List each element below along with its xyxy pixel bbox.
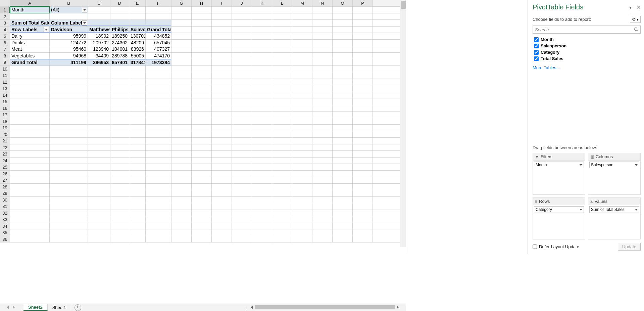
cell[interactable] (129, 13, 146, 20)
cell[interactable] (232, 144, 252, 151)
cell[interactable] (88, 229, 110, 236)
cell[interactable] (10, 164, 50, 170)
cell[interactable] (312, 138, 333, 144)
cell[interactable] (212, 197, 232, 203)
cell[interactable] (272, 138, 292, 144)
cell[interactable] (171, 7, 192, 13)
cell[interactable] (192, 33, 212, 39)
cell[interactable] (212, 20, 232, 26)
cell[interactable] (129, 131, 146, 138)
cell[interactable] (272, 72, 292, 79)
pivot-value[interactable]: 55005 (129, 53, 146, 59)
row-header-31[interactable]: 31 (0, 203, 10, 210)
cell[interactable] (50, 92, 88, 98)
cell[interactable] (272, 7, 292, 13)
hscroll-right-arrow[interactable] (395, 305, 399, 309)
cell[interactable] (10, 72, 50, 79)
cell[interactable] (353, 118, 373, 125)
cell[interactable] (50, 144, 88, 151)
cell[interactable] (312, 229, 333, 236)
vertical-scrollbar-thumb[interactable] (401, 1, 406, 9)
cell[interactable] (353, 79, 373, 85)
cell[interactable] (252, 85, 272, 92)
pivot-value[interactable]: 18902 (88, 33, 110, 39)
cell[interactable] (292, 216, 312, 223)
cell[interactable] (88, 118, 110, 125)
filter-label-cell[interactable]: Month (10, 7, 50, 13)
cell[interactable] (88, 171, 110, 177)
cell[interactable] (10, 177, 50, 183)
cell[interactable] (10, 223, 50, 229)
cell[interactable] (292, 184, 312, 190)
cell[interactable] (272, 13, 292, 20)
cell[interactable] (312, 210, 333, 216)
cell[interactable] (212, 46, 232, 52)
cell[interactable] (232, 112, 252, 118)
cell[interactable] (292, 53, 312, 59)
cell[interactable] (333, 79, 353, 85)
cell[interactable] (88, 158, 110, 164)
cell[interactable] (333, 144, 353, 151)
cell[interactable] (292, 40, 312, 46)
cell[interactable] (88, 203, 110, 210)
cell[interactable] (146, 7, 171, 13)
cell[interactable] (129, 125, 146, 131)
cell[interactable] (171, 118, 192, 125)
cell[interactable] (129, 164, 146, 170)
cell[interactable] (272, 144, 292, 151)
cell[interactable] (171, 40, 192, 46)
cell[interactable] (192, 151, 212, 157)
cell[interactable] (129, 216, 146, 223)
cell[interactable] (272, 105, 292, 112)
cell[interactable] (292, 190, 312, 196)
cell[interactable] (333, 190, 353, 196)
cell[interactable] (171, 223, 192, 229)
row-header-34[interactable]: 34 (0, 223, 10, 229)
cell[interactable] (146, 190, 171, 196)
cell[interactable] (110, 190, 129, 196)
cell[interactable] (129, 190, 146, 196)
cell[interactable] (129, 112, 146, 118)
cell[interactable] (252, 13, 272, 20)
pivot-value[interactable]: 94968 (50, 53, 88, 59)
cell[interactable] (10, 158, 50, 164)
cell[interactable] (212, 151, 232, 157)
cell[interactable] (146, 223, 171, 229)
select-all-corner[interactable] (0, 0, 10, 6)
cell[interactable] (232, 27, 252, 33)
cell[interactable] (146, 98, 171, 105)
cell[interactable] (252, 20, 272, 26)
cell[interactable] (129, 138, 146, 144)
cell[interactable] (312, 171, 333, 177)
cell[interactable] (192, 53, 212, 59)
cell[interactable] (333, 105, 353, 112)
row-header-25[interactable]: 25 (0, 164, 10, 170)
cell[interactable] (50, 66, 88, 72)
cell[interactable] (171, 112, 192, 118)
search-icon[interactable] (632, 26, 640, 33)
cell[interactable] (292, 59, 312, 65)
cell[interactable] (50, 171, 88, 177)
cell[interactable] (292, 236, 312, 242)
cell[interactable] (292, 158, 312, 164)
cell[interactable] (292, 131, 312, 138)
cell[interactable] (212, 164, 232, 170)
cell[interactable] (50, 236, 88, 242)
cell[interactable] (192, 171, 212, 177)
cell[interactable] (252, 190, 272, 196)
tab-split-handle[interactable] (244, 305, 246, 310)
cell[interactable] (353, 184, 373, 190)
cell[interactable] (146, 85, 171, 92)
field-search-input[interactable] (533, 26, 632, 33)
cell[interactable] (88, 184, 110, 190)
cell[interactable] (171, 20, 192, 26)
cell[interactable] (292, 177, 312, 183)
cell[interactable] (110, 125, 129, 131)
cell[interactable] (88, 112, 110, 118)
cell[interactable] (212, 210, 232, 216)
cell[interactable] (252, 72, 272, 79)
pivot-value[interactable]: 274362 (110, 40, 129, 46)
measure-label-cell[interactable]: Sum of Total Sales (10, 20, 50, 26)
cell[interactable] (272, 223, 292, 229)
cell[interactable] (252, 27, 272, 33)
